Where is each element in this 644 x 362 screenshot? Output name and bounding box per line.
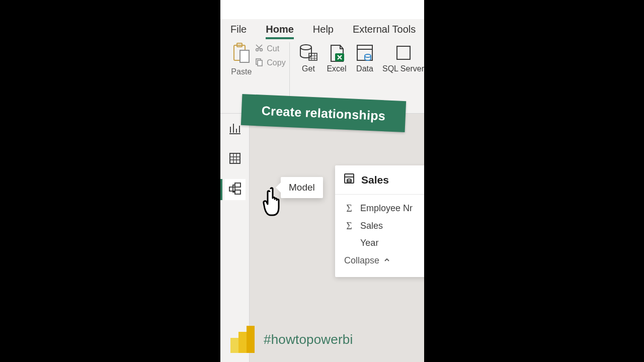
field-year[interactable]: Year [335,235,424,251]
app-frame: File Home Help External Tools Paste [220,0,424,362]
data-view-button[interactable] [224,149,246,170]
field-label: Employee Nr [360,203,413,214]
collapse-label: Collapse [344,255,379,266]
chevron-up-icon [383,255,390,266]
model-view-icon [228,182,242,198]
field-sales[interactable]: Σ Sales [335,217,424,235]
ribbon-group-data: Get Excel [290,42,424,73]
cut-label: Cut [267,44,279,53]
menu-bar: File Home Help External Tools [220,19,424,39]
clipboard-icon [232,42,251,66]
brand-footer: #howtopowerbi [230,326,353,353]
data-hub-label: Data [356,64,373,73]
collapse-button[interactable]: Collapse [335,251,424,271]
sigma-icon: Σ [344,220,354,232]
field-employee-nr[interactable]: Σ Employee Nr [335,200,424,217]
tab-file[interactable]: File [230,21,247,38]
model-tooltip: Model [281,177,323,198]
database-icon [298,42,319,63]
svg-point-4 [260,49,263,51]
field-label: Year [360,238,378,248]
svg-point-7 [300,45,311,50]
paste-label: Paste [231,67,252,76]
svg-rect-16 [235,190,240,194]
svg-rect-13 [230,153,240,163]
svg-point-18 [347,179,351,181]
svg-rect-14 [235,183,240,187]
brand-hashtag: #howtopowerbi [264,332,353,347]
sql-icon [393,42,414,63]
scissors-icon [255,43,264,54]
get-data-button[interactable]: Get [298,42,319,73]
svg-rect-12 [397,46,410,59]
workspace: Model Sales [220,114,424,362]
get-data-label: Get [302,64,315,73]
field-label: Sales [360,221,383,231]
tab-home[interactable]: Home [266,21,294,38]
svg-rect-2 [240,50,249,62]
copy-button[interactable]: Copy [255,57,285,68]
data-hub-icon [354,42,375,63]
table-name: Sales [361,174,389,186]
excel-label: Excel [327,64,346,73]
svg-point-11 [365,54,371,57]
svg-rect-6 [258,60,262,66]
field-list: Σ Employee Nr Σ Sales Year Collapse [335,195,424,277]
view-sidebar [220,114,250,362]
copy-icon [255,57,264,68]
sql-label: SQL Server [382,64,424,73]
excel-button[interactable]: Excel [326,42,347,73]
svg-rect-15 [229,187,235,191]
data-view-icon [228,152,242,167]
table-icon [343,172,355,187]
excel-icon [326,42,347,63]
sigma-icon: Σ [344,203,354,214]
model-view-button[interactable] [224,179,246,200]
cut-button[interactable]: Cut [255,43,285,54]
svg-point-3 [256,49,259,51]
data-hub-button[interactable]: Data [354,42,375,73]
tab-help[interactable]: Help [313,21,334,38]
powerbi-logo-icon [230,326,255,353]
sql-server-button[interactable]: SQL Server [382,42,424,73]
ribbon: Paste Cut [220,39,424,114]
model-canvas[interactable]: Model Sales [250,114,424,362]
report-view-icon [228,122,242,137]
copy-label: Copy [267,58,285,67]
table-card-sales[interactable]: Sales Σ Employee Nr Σ Sales Year [335,165,424,277]
paste-button[interactable]: Paste [231,42,252,76]
tab-external-tools[interactable]: External Tools [353,21,416,38]
table-card-header[interactable]: Sales [335,165,424,195]
window-titlebar [220,0,424,19]
